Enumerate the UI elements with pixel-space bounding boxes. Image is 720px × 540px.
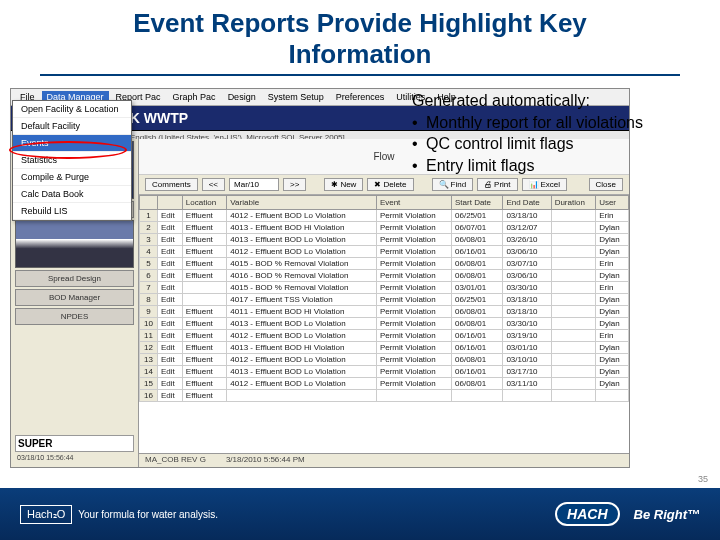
edit-cell[interactable]: Edit bbox=[158, 282, 183, 294]
close-button[interactable]: Close bbox=[589, 178, 623, 191]
data-cell: 06/16/01 bbox=[452, 366, 503, 378]
table-row[interactable]: 7Edit4015 - BOD % Removal ViolationPermi… bbox=[140, 282, 629, 294]
data-cell: Effluent bbox=[182, 354, 227, 366]
edit-cell[interactable]: Edit bbox=[158, 390, 183, 402]
edit-cell[interactable]: Edit bbox=[158, 234, 183, 246]
edit-cell[interactable]: Edit bbox=[158, 378, 183, 390]
data-cell: 4013 - Effluent BOD Lo Violation bbox=[227, 234, 377, 246]
data-cell: Dylan bbox=[596, 378, 629, 390]
data-cell: 06/08/01 bbox=[452, 378, 503, 390]
edit-cell[interactable]: Edit bbox=[158, 366, 183, 378]
edit-cell[interactable]: Edit bbox=[158, 258, 183, 270]
table-row[interactable]: 5EditEffluent4015 - BOD % Removal Violat… bbox=[140, 258, 629, 270]
data-cell: 03/19/10 bbox=[503, 330, 551, 342]
table-row[interactable]: 8Edit4017 - Effluent TSS ViolationPermit… bbox=[140, 294, 629, 306]
edit-cell[interactable]: Edit bbox=[158, 270, 183, 282]
edit-cell[interactable]: Edit bbox=[158, 246, 183, 258]
edit-cell[interactable]: Edit bbox=[158, 222, 183, 234]
spread-design-button[interactable]: Spread Design bbox=[15, 270, 134, 287]
nav-next-button[interactable]: >> bbox=[283, 178, 306, 191]
menu-system-setup[interactable]: System Setup bbox=[263, 91, 329, 103]
data-cell: 10 bbox=[140, 318, 158, 330]
delete-button[interactable]: ✖ Delete bbox=[367, 178, 413, 191]
data-manager-menu: Open Facility & LocationDefault Facility… bbox=[12, 100, 132, 221]
table-row[interactable]: 16EditEffluent bbox=[140, 390, 629, 402]
edit-cell[interactable]: Edit bbox=[158, 318, 183, 330]
table-row[interactable]: 1EditEffluent4012 - Effluent BOD Lo Viol… bbox=[140, 210, 629, 222]
edit-cell[interactable]: Edit bbox=[158, 210, 183, 222]
npdes-button[interactable]: NPDES bbox=[15, 308, 134, 325]
col-header[interactable]: Location bbox=[182, 196, 227, 210]
table-row[interactable]: 11EditEffluent4012 - Effluent BOD Lo Vio… bbox=[140, 330, 629, 342]
data-cell bbox=[551, 378, 596, 390]
menu-item-compile-purge[interactable]: Compile & Purge bbox=[13, 169, 131, 186]
data-cell: 03/30/10 bbox=[503, 282, 551, 294]
data-cell: 06/08/01 bbox=[452, 318, 503, 330]
data-cell: 06/16/01 bbox=[452, 246, 503, 258]
data-cell: 03/10/10 bbox=[503, 354, 551, 366]
new-button[interactable]: ✱ New bbox=[324, 178, 363, 191]
data-cell: Dylan bbox=[596, 234, 629, 246]
data-cell: 4016 - BOD % Removal Violation bbox=[227, 270, 377, 282]
timestamp-label: 03/18/10 15:56:44 bbox=[15, 452, 134, 463]
menu-item-calc-data-book[interactable]: Calc Data Book bbox=[13, 186, 131, 203]
data-cell: 5 bbox=[140, 258, 158, 270]
events-grid[interactable]: LocationVariableEventStart DateEnd DateD… bbox=[139, 195, 629, 402]
excel-button[interactable]: 📊 Excel bbox=[522, 178, 568, 191]
menu-graph-pac[interactable]: Graph Pac bbox=[168, 91, 221, 103]
menu-item-events[interactable]: Events bbox=[13, 135, 131, 152]
table-row[interactable]: 12EditEffluent4013 - Effluent BOD Hi Vio… bbox=[140, 342, 629, 354]
col-header[interactable]: User bbox=[596, 196, 629, 210]
tab-comments[interactable]: Comments bbox=[145, 178, 198, 191]
col-header[interactable] bbox=[140, 196, 158, 210]
col-header[interactable]: Start Date bbox=[452, 196, 503, 210]
data-cell bbox=[551, 210, 596, 222]
callout-bullet: Entry limit flags bbox=[426, 155, 534, 177]
edit-cell[interactable]: Edit bbox=[158, 294, 183, 306]
edit-cell[interactable]: Edit bbox=[158, 306, 183, 318]
col-header[interactable] bbox=[158, 196, 183, 210]
menu-design[interactable]: Design bbox=[223, 91, 261, 103]
data-cell: Effluent bbox=[182, 330, 227, 342]
data-cell: Permit Violation bbox=[376, 210, 451, 222]
find-button[interactable]: 🔍 Find bbox=[432, 178, 474, 191]
callout-bullet: Monthly report for all violations bbox=[426, 112, 643, 134]
col-header[interactable]: Variable bbox=[227, 196, 377, 210]
print-button[interactable]: 🖨 Print bbox=[477, 178, 517, 191]
menu-item-rebuild-lis[interactable]: Rebuild LIS bbox=[13, 203, 131, 220]
edit-cell[interactable]: Edit bbox=[158, 330, 183, 342]
table-row[interactable]: 10EditEffluent4013 - Effluent BOD Lo Vio… bbox=[140, 318, 629, 330]
data-cell: 06/08/01 bbox=[452, 306, 503, 318]
data-cell: Erin bbox=[596, 330, 629, 342]
menu-item-default-facility[interactable]: Default Facility bbox=[13, 118, 131, 135]
bod-manager-button[interactable]: BOD Manager bbox=[15, 289, 134, 306]
data-cell: 03/06/10 bbox=[503, 246, 551, 258]
data-cell bbox=[551, 258, 596, 270]
col-header[interactable]: End Date bbox=[503, 196, 551, 210]
events-toolbar: Comments << Mar/10 >> ✱ New ✖ Delete 🔍 F… bbox=[139, 175, 629, 195]
table-row[interactable]: 13EditEffluent4012 - Effluent BOD Lo Vio… bbox=[140, 354, 629, 366]
data-cell: Dylan bbox=[596, 366, 629, 378]
menu-item-statistics[interactable]: Statistics bbox=[13, 152, 131, 169]
data-cell: Effluent bbox=[182, 258, 227, 270]
data-cell bbox=[551, 294, 596, 306]
col-header[interactable]: Event bbox=[376, 196, 451, 210]
data-cell: 4015 - BOD % Removal Violation bbox=[227, 282, 377, 294]
table-row[interactable]: 9EditEffluent4011 - Effluent BOD Hi Viol… bbox=[140, 306, 629, 318]
table-row[interactable]: 14EditEffluent4013 - Effluent BOD Lo Vio… bbox=[140, 366, 629, 378]
table-row[interactable]: 2EditEffluent4013 - Effluent BOD Hi Viol… bbox=[140, 222, 629, 234]
month-select[interactable]: Mar/10 bbox=[229, 178, 279, 191]
data-cell: 03/01/01 bbox=[452, 282, 503, 294]
table-row[interactable]: 4EditEffluent4012 - Effluent BOD Lo Viol… bbox=[140, 246, 629, 258]
table-row[interactable]: 15EditEffluent4012 - Effluent BOD Lo Vio… bbox=[140, 378, 629, 390]
table-row[interactable]: 3EditEffluent4013 - Effluent BOD Lo Viol… bbox=[140, 234, 629, 246]
edit-cell[interactable]: Edit bbox=[158, 354, 183, 366]
data-cell: Effluent bbox=[182, 222, 227, 234]
table-row[interactable]: 6EditEffluent4016 - BOD % Removal Violat… bbox=[140, 270, 629, 282]
nav-prev-button[interactable]: << bbox=[202, 178, 225, 191]
menu-preferences[interactable]: Preferences bbox=[331, 91, 390, 103]
data-cell: Dylan bbox=[596, 342, 629, 354]
menu-item-open-facility-location[interactable]: Open Facility & Location bbox=[13, 101, 131, 118]
col-header[interactable]: Duration bbox=[551, 196, 596, 210]
edit-cell[interactable]: Edit bbox=[158, 342, 183, 354]
